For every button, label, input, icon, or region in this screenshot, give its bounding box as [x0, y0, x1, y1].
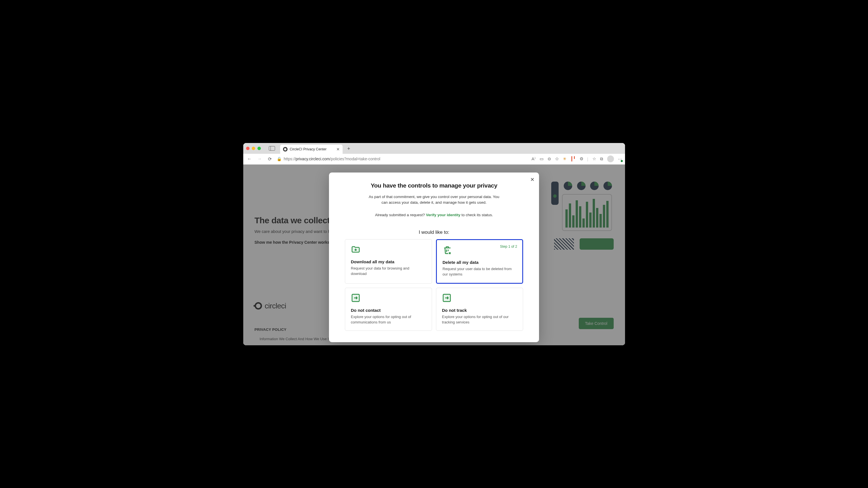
lock-icon: 🔒	[277, 157, 282, 161]
card-desc: Request your user data to be deleted fro…	[442, 266, 517, 277]
privacy-modal: ✕ You have the controls to manage your p…	[329, 172, 539, 343]
card-title: Do not track	[442, 308, 517, 313]
modal-close-button[interactable]: ✕	[530, 176, 534, 183]
card-desc: Explore your options for opting out of o…	[442, 314, 517, 325]
card-delete-data[interactable]: Step 1 of 2 Delete all my data Request y…	[436, 239, 523, 284]
extension-bug-icon[interactable]: ✳	[563, 156, 566, 161]
card-desc: Explore your options for opting out of c…	[351, 314, 426, 325]
modal-title: You have the controls to manage your pri…	[345, 182, 523, 189]
tab-bar: ◉ CircleCI Privacy Center ✕ +	[243, 143, 625, 154]
arrow-right-box-icon	[442, 293, 452, 303]
card-download-data[interactable]: Download all my data Request your data f…	[345, 239, 432, 284]
window-minimize-button[interactable]	[252, 147, 255, 150]
zoom-out-icon[interactable]: ⊖	[548, 156, 551, 161]
forward-button[interactable]: →	[256, 156, 263, 161]
verify-identity-link[interactable]: Verify your identity	[426, 213, 461, 217]
browser-window: ◉ CircleCI Privacy Center ✕ + ← → ⟳ 🔒 ht…	[243, 143, 625, 345]
trash-x-icon	[442, 245, 452, 255]
card-do-not-contact[interactable]: Do not contact Explore your options for …	[345, 288, 432, 331]
window-controls	[246, 147, 261, 150]
profile-avatar[interactable]	[607, 156, 614, 162]
new-tab-button[interactable]: +	[345, 145, 353, 153]
card-step-badge: Step 1 of 2	[500, 245, 517, 249]
collections-icon[interactable]: ⧉	[600, 156, 603, 161]
reload-button[interactable]: ⟳	[267, 156, 273, 162]
url-text: https://privacy.circleci.com/policies?mo…	[284, 157, 380, 161]
page-viewport: The data we collect, how it's u We care …	[243, 165, 625, 345]
modal-subtitle: As part of that commitment, we give you …	[369, 194, 499, 206]
favorites-add-icon[interactable]: ✩	[555, 156, 559, 161]
extension-bar-icon[interactable]: ┃╹	[570, 156, 576, 161]
reader-icon[interactable]: ▭	[539, 156, 544, 161]
modal-verify-line: Already submitted a request? Verify your…	[345, 213, 523, 217]
card-desc: Request your data for browsing and downl…	[351, 266, 426, 276]
read-aloud-icon[interactable]: A⁾	[532, 156, 536, 161]
browser-tab[interactable]: ◉ CircleCI Privacy Center ✕	[280, 145, 343, 154]
url-field[interactable]: 🔒 https://privacy.circleci.com/policies?…	[277, 157, 528, 161]
window-close-button[interactable]	[246, 147, 249, 150]
card-do-not-track[interactable]: Do not track Explore your options for op…	[436, 288, 523, 331]
address-bar: ← → ⟳ 🔒 https://privacy.circleci.com/pol…	[243, 154, 625, 165]
card-title: Do not contact	[351, 308, 426, 313]
tab-title: CircleCI Privacy Center	[290, 147, 327, 151]
arrow-right-box-icon	[351, 293, 361, 303]
card-title: Download all my data	[351, 259, 426, 264]
window-maximize-button[interactable]	[257, 147, 261, 150]
toolbar-right: A⁾ ▭ ⊖ ✩ ✳ ┃╹ ⚙ | ☆ ⧉ ⋯	[532, 156, 622, 162]
modal-section-title: I would like to:	[345, 230, 523, 235]
tab-close-icon[interactable]: ✕	[336, 147, 340, 152]
favorites-icon[interactable]: ☆	[592, 156, 596, 161]
option-cards-grid: Download all my data Request your data f…	[345, 239, 523, 331]
back-button[interactable]: ←	[246, 156, 253, 161]
menu-button[interactable]: ⋯	[618, 156, 622, 161]
folder-download-icon	[351, 245, 361, 254]
card-title: Delete all my data	[442, 260, 517, 265]
sidebar-toggle-icon[interactable]	[269, 146, 275, 151]
tab-favicon: ◉	[283, 147, 287, 152]
modal-overlay[interactable]: ✕ You have the controls to manage your p…	[243, 165, 625, 345]
extensions-icon[interactable]: ⚙	[580, 156, 583, 161]
